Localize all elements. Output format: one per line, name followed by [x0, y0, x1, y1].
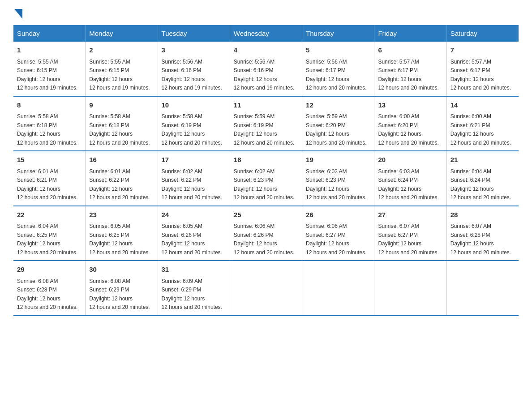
- calendar-cell: 27Sunrise: 6:07 AMSunset: 6:27 PMDayligh…: [374, 206, 446, 261]
- day-info: Sunrise: 5:58 AMSunset: 6:18 PMDaylight:…: [89, 113, 150, 146]
- day-number: 29: [17, 265, 82, 275]
- calendar-cell: [446, 261, 519, 316]
- calendar-cell: 24Sunrise: 6:05 AMSunset: 6:26 PMDayligh…: [158, 206, 230, 261]
- day-number: 25: [234, 210, 298, 220]
- day-number: 26: [306, 210, 370, 220]
- col-header-wednesday: Wednesday: [230, 25, 302, 42]
- svg-marker-0: [14, 9, 22, 19]
- day-number: 15: [17, 155, 82, 165]
- day-info: Sunrise: 6:08 AMSunset: 6:28 PMDaylight:…: [17, 278, 77, 311]
- calendar-week-row: 1Sunrise: 5:55 AMSunset: 6:15 PMDaylight…: [13, 42, 519, 96]
- calendar-cell: 15Sunrise: 6:01 AMSunset: 6:21 PMDayligh…: [13, 151, 86, 206]
- calendar-week-row: 29Sunrise: 6:08 AMSunset: 6:28 PMDayligh…: [13, 261, 519, 316]
- calendar-week-row: 8Sunrise: 5:58 AMSunset: 6:18 PMDaylight…: [13, 96, 519, 151]
- calendar-cell: 22Sunrise: 6:04 AMSunset: 6:25 PMDayligh…: [13, 206, 86, 261]
- calendar-cell: 4Sunrise: 5:56 AMSunset: 6:16 PMDaylight…: [230, 42, 302, 96]
- day-number: 14: [450, 100, 515, 111]
- day-number: 16: [89, 155, 154, 165]
- day-number: 10: [162, 100, 226, 111]
- calendar-cell: 7Sunrise: 5:57 AMSunset: 6:17 PMDaylight…: [446, 42, 519, 96]
- calendar-header-row: SundayMondayTuesdayWednesdayThursdayFrid…: [13, 25, 519, 42]
- page-header: [13, 9, 519, 16]
- day-info: Sunrise: 5:59 AMSunset: 6:19 PMDaylight:…: [234, 113, 294, 146]
- day-info: Sunrise: 6:06 AMSunset: 6:26 PMDaylight:…: [234, 223, 294, 256]
- day-number: 31: [162, 265, 226, 275]
- calendar-cell: 1Sunrise: 5:55 AMSunset: 6:15 PMDaylight…: [13, 42, 86, 96]
- calendar-cell: [230, 261, 302, 316]
- calendar-cell: 13Sunrise: 6:00 AMSunset: 6:20 PMDayligh…: [374, 96, 446, 151]
- calendar-cell: 19Sunrise: 6:03 AMSunset: 6:23 PMDayligh…: [302, 151, 374, 206]
- col-header-saturday: Saturday: [446, 25, 519, 42]
- calendar-cell: 5Sunrise: 5:56 AMSunset: 6:17 PMDaylight…: [302, 42, 374, 96]
- calendar-cell: 14Sunrise: 6:00 AMSunset: 6:21 PMDayligh…: [446, 96, 519, 151]
- day-number: 24: [162, 210, 226, 220]
- calendar-cell: 17Sunrise: 6:02 AMSunset: 6:22 PMDayligh…: [158, 151, 230, 206]
- day-info: Sunrise: 5:56 AMSunset: 6:16 PMDaylight:…: [162, 59, 222, 91]
- calendar-cell: 20Sunrise: 6:03 AMSunset: 6:24 PMDayligh…: [374, 151, 446, 206]
- day-info: Sunrise: 5:56 AMSunset: 6:16 PMDaylight:…: [234, 59, 294, 91]
- calendar-cell: 29Sunrise: 6:08 AMSunset: 6:28 PMDayligh…: [13, 261, 86, 316]
- day-info: Sunrise: 6:08 AMSunset: 6:29 PMDaylight:…: [89, 278, 150, 311]
- day-info: Sunrise: 6:02 AMSunset: 6:22 PMDaylight:…: [162, 168, 222, 201]
- day-number: 3: [162, 45, 226, 56]
- day-info: Sunrise: 5:57 AMSunset: 6:17 PMDaylight:…: [378, 59, 438, 91]
- calendar-cell: 3Sunrise: 5:56 AMSunset: 6:16 PMDaylight…: [158, 42, 230, 96]
- day-number: 21: [450, 155, 515, 165]
- day-info: Sunrise: 6:05 AMSunset: 6:26 PMDaylight:…: [162, 223, 222, 256]
- day-info: Sunrise: 6:05 AMSunset: 6:25 PMDaylight:…: [89, 223, 150, 256]
- col-header-tuesday: Tuesday: [158, 25, 230, 42]
- day-info: Sunrise: 6:09 AMSunset: 6:29 PMDaylight:…: [162, 278, 222, 311]
- calendar-cell: 25Sunrise: 6:06 AMSunset: 6:26 PMDayligh…: [230, 206, 302, 261]
- col-header-friday: Friday: [374, 25, 446, 42]
- day-number: 30: [89, 265, 154, 275]
- day-info: Sunrise: 6:04 AMSunset: 6:24 PMDaylight:…: [450, 168, 511, 201]
- calendar-cell: 30Sunrise: 6:08 AMSunset: 6:29 PMDayligh…: [86, 261, 158, 316]
- calendar-cell: 18Sunrise: 6:02 AMSunset: 6:23 PMDayligh…: [230, 151, 302, 206]
- day-number: 8: [17, 100, 82, 111]
- calendar-cell: 12Sunrise: 5:59 AMSunset: 6:20 PMDayligh…: [302, 96, 374, 151]
- calendar-cell: 11Sunrise: 5:59 AMSunset: 6:19 PMDayligh…: [230, 96, 302, 151]
- calendar-cell: 21Sunrise: 6:04 AMSunset: 6:24 PMDayligh…: [446, 151, 519, 206]
- calendar-cell: [302, 261, 374, 316]
- day-number: 11: [234, 100, 298, 111]
- day-number: 6: [378, 45, 442, 56]
- calendar-cell: 2Sunrise: 5:55 AMSunset: 6:15 PMDaylight…: [86, 42, 158, 96]
- calendar-cell: [374, 261, 446, 316]
- day-info: Sunrise: 6:02 AMSunset: 6:23 PMDaylight:…: [234, 168, 294, 201]
- day-info: Sunrise: 6:07 AMSunset: 6:28 PMDaylight:…: [450, 223, 511, 256]
- logo: [13, 9, 22, 16]
- day-number: 5: [306, 45, 370, 56]
- calendar-cell: 8Sunrise: 5:58 AMSunset: 6:18 PMDaylight…: [13, 96, 86, 151]
- day-number: 2: [89, 45, 154, 56]
- day-number: 22: [17, 210, 82, 220]
- day-number: 23: [89, 210, 154, 220]
- day-info: Sunrise: 5:57 AMSunset: 6:17 PMDaylight:…: [450, 59, 511, 91]
- day-info: Sunrise: 5:55 AMSunset: 6:15 PMDaylight:…: [89, 59, 150, 91]
- calendar-cell: 31Sunrise: 6:09 AMSunset: 6:29 PMDayligh…: [158, 261, 230, 316]
- calendar-cell: 6Sunrise: 5:57 AMSunset: 6:17 PMDaylight…: [374, 42, 446, 96]
- day-number: 28: [450, 210, 515, 220]
- calendar-week-row: 22Sunrise: 6:04 AMSunset: 6:25 PMDayligh…: [13, 206, 519, 261]
- col-header-thursday: Thursday: [302, 25, 374, 42]
- day-info: Sunrise: 6:00 AMSunset: 6:20 PMDaylight:…: [378, 113, 438, 146]
- calendar-cell: 26Sunrise: 6:06 AMSunset: 6:27 PMDayligh…: [302, 206, 374, 261]
- calendar-cell: 10Sunrise: 5:58 AMSunset: 6:19 PMDayligh…: [158, 96, 230, 151]
- day-info: Sunrise: 6:07 AMSunset: 6:27 PMDaylight:…: [378, 223, 438, 256]
- day-info: Sunrise: 6:06 AMSunset: 6:27 PMDaylight:…: [306, 223, 366, 256]
- day-number: 12: [306, 100, 370, 111]
- logo-triangle-icon: [14, 9, 22, 19]
- day-number: 13: [378, 100, 442, 111]
- day-number: 4: [234, 45, 298, 56]
- day-info: Sunrise: 6:00 AMSunset: 6:21 PMDaylight:…: [450, 113, 511, 146]
- day-info: Sunrise: 5:56 AMSunset: 6:17 PMDaylight:…: [306, 59, 366, 91]
- day-info: Sunrise: 5:59 AMSunset: 6:20 PMDaylight:…: [306, 113, 366, 146]
- day-info: Sunrise: 6:03 AMSunset: 6:23 PMDaylight:…: [306, 168, 366, 201]
- day-number: 17: [162, 155, 226, 165]
- day-info: Sunrise: 5:58 AMSunset: 6:18 PMDaylight:…: [17, 113, 77, 146]
- calendar-cell: 16Sunrise: 6:01 AMSunset: 6:22 PMDayligh…: [86, 151, 158, 206]
- day-number: 1: [17, 45, 82, 56]
- day-number: 7: [450, 45, 515, 56]
- calendar-table: SundayMondayTuesdayWednesdayThursdayFrid…: [13, 25, 519, 316]
- day-number: 19: [306, 155, 370, 165]
- day-info: Sunrise: 6:04 AMSunset: 6:25 PMDaylight:…: [17, 223, 77, 256]
